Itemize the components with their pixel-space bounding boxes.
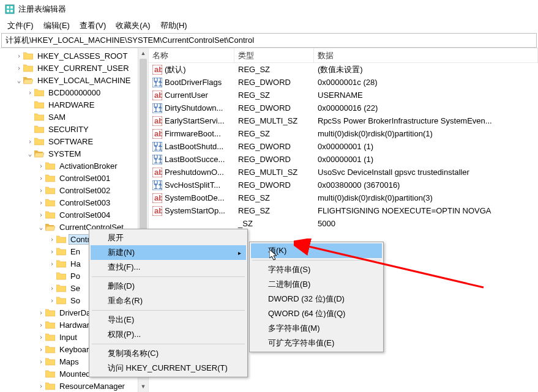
tree-item[interactable]: ⌄SYSTEM	[0, 147, 148, 160]
value-data: 0x00000001 (1)	[314, 141, 538, 152]
expand-icon[interactable]: ›	[37, 211, 45, 219]
tree-label: HKEY_CURRENT_USER	[35, 63, 131, 73]
menu-item[interactable]: 重命名(R)	[91, 294, 246, 308]
tree-item[interactable]: ›BCD00000000	[0, 86, 148, 98]
value-type: REG_SZ	[234, 193, 314, 203]
tree-label: ControlSet004	[58, 210, 112, 220]
string-value-icon	[152, 91, 162, 100]
menu-separator	[92, 310, 245, 311]
menu-item[interactable]: 新建(N)	[91, 245, 246, 260]
menu-favorites[interactable]: 收藏夹(A)	[112, 19, 154, 32]
listview-row[interactable]: BootDriverFlagsREG_DWORD0x0000001c (28)	[149, 76, 538, 89]
expand-icon[interactable]: ›	[15, 64, 23, 72]
menu-separator	[92, 276, 245, 277]
expand-icon[interactable]: ›	[37, 321, 45, 329]
menu-edit[interactable]: 编辑(E)	[40, 19, 73, 32]
tree-item[interactable]: ›ControlSet001	[0, 172, 148, 184]
listview-row[interactable]: EarlyStartServi...REG_MULTI_SZRpcSs Powe…	[149, 114, 538, 127]
value-data: 0x00380000 (3670016)	[314, 180, 538, 190]
listview-row[interactable]: (默认)REG_SZ(数值未设置)	[149, 63, 538, 76]
tree-item[interactable]: ›ActivationBroker	[0, 160, 148, 172]
tree-label: HKEY_CLASSES_ROOT	[35, 51, 129, 61]
string-value-icon	[152, 206, 162, 216]
expand-icon[interactable]: ›	[37, 382, 45, 390]
expand-icon[interactable]: ›	[15, 52, 23, 60]
collapse-icon[interactable]: ⌄	[26, 150, 34, 158]
expand-icon[interactable]: ›	[48, 297, 56, 305]
listview-row[interactable]: SvcHostSplitT...REG_DWORD0x00380000 (367…	[149, 179, 538, 191]
tree-item[interactable]: ›HKEY_CLASSES_ROOT	[0, 50, 148, 62]
menu-item[interactable]: QWORD (64 位)值(Q)	[251, 306, 382, 321]
listview-row[interactable]: DirtyShutdown...REG_DWORD0x00000016 (22)	[149, 102, 538, 114]
listview-row[interactable]: _SZ5000	[149, 217, 538, 230]
address-text: 计算机\HKEY_LOCAL_MACHINE\SYSTEM\CurrentCon…	[6, 35, 254, 46]
menu-item[interactable]: 二进制值(B)	[251, 277, 382, 292]
listview-row[interactable]: FirmwareBoot...REG_SZmulti(0)disk(0)rdis…	[149, 127, 538, 140]
expand-icon[interactable]: ›	[37, 346, 45, 353]
listview-row[interactable]: LastBootShutd...REG_DWORD0x00000001 (1)	[149, 140, 538, 153]
col-header-name[interactable]: 名称	[149, 48, 234, 62]
listview-row[interactable]: SystemBootDe...REG_SZmulti(0)disk(0)rdis…	[149, 191, 538, 204]
listview-row[interactable]: CurrentUserREG_SZUSERNAME	[149, 89, 538, 102]
expand-icon[interactable]: ›	[26, 89, 34, 97]
menu-item[interactable]: 字符串值(S)	[251, 262, 382, 277]
menu-item[interactable]: 多字符串值(M)	[251, 321, 382, 336]
menu-item[interactable]: 展开	[91, 231, 246, 245]
expand-icon[interactable]: ›	[48, 248, 56, 256]
tree-item[interactable]: HARDWARE	[0, 98, 148, 111]
listview-row[interactable]: LastBootSucce...REG_DWORD0x00000001 (1)	[149, 153, 538, 166]
value-data: (数值未设置)	[314, 64, 538, 76]
address-bar[interactable]: 计算机\HKEY_LOCAL_MACHINE\SYSTEM\CurrentCon…	[1, 33, 537, 48]
menu-item[interactable]: 导出(E)	[91, 312, 246, 327]
expand-icon[interactable]: ›	[37, 309, 45, 317]
tree-item[interactable]: ›ControlSet003	[0, 196, 148, 209]
expand-icon[interactable]: ›	[37, 174, 45, 182]
menu-item[interactable]: 可扩充字符串值(E)	[251, 336, 382, 350]
tree-label: ResourceManager	[58, 381, 127, 391]
col-header-type[interactable]: 类型	[234, 48, 314, 62]
tree-item[interactable]: ›ControlSet004	[0, 209, 148, 221]
menu-help[interactable]: 帮助(H)	[157, 19, 191, 32]
menu-separator	[92, 344, 245, 344]
tree-item[interactable]: ⌄HKEY_LOCAL_MACHINE	[0, 74, 148, 86]
scroll-thumb[interactable]	[140, 59, 147, 254]
value-type: REG_SZ	[234, 205, 314, 216]
tree-item[interactable]: ›HKEY_CURRENT_USER	[0, 62, 148, 74]
expand-icon[interactable]: ›	[37, 358, 45, 366]
menu-item[interactable]: 删除(D)	[91, 279, 246, 294]
value-name: DirtyShutdown...	[165, 103, 223, 113]
expand-icon[interactable]: ›	[48, 284, 56, 292]
tree-label: Maps	[58, 357, 81, 367]
collapse-icon[interactable]: ⌄	[37, 223, 45, 231]
col-header-data[interactable]: 数据	[314, 48, 538, 62]
tree-item[interactable]: ›SOFTWARE	[0, 135, 148, 147]
scroll-down-arrow[interactable]: ▼	[138, 382, 148, 392]
scroll-up-arrow[interactable]: ▲	[138, 48, 148, 59]
expand-icon[interactable]: ›	[48, 235, 56, 243]
expand-icon[interactable]: ›	[48, 260, 56, 268]
collapse-icon[interactable]: ⌄	[15, 76, 23, 84]
menu-item[interactable]: 访问 HKEY_CURRENT_USER(T)	[91, 361, 246, 375]
expand-icon[interactable]: ›	[37, 187, 45, 194]
tree-item[interactable]: SAM	[0, 111, 148, 123]
string-value-icon	[152, 65, 162, 75]
cursor-icon	[269, 250, 279, 262]
tree-item[interactable]: ›ResourceManager	[0, 380, 148, 392]
menu-item[interactable]: 查找(F)...	[91, 260, 246, 275]
value-name: (默认)	[165, 64, 186, 75]
tree-label: SECURITY	[47, 124, 91, 135]
menu-item[interactable]: 权限(P)...	[91, 327, 246, 342]
menu-view[interactable]: 查看(V)	[76, 19, 110, 32]
menu-item[interactable]: 复制项名称(C)	[91, 346, 246, 361]
tree-item[interactable]: SECURITY	[0, 123, 148, 135]
listview-row[interactable]: PreshutdownO...REG_MULTI_SZUsoSvc Device…	[149, 166, 538, 179]
tree-item[interactable]: ›ControlSet002	[0, 184, 148, 196]
expand-icon[interactable]: ›	[37, 333, 45, 341]
listview-row[interactable]: SystemStartOp...REG_SZ FLIGHTSIGNING NOE…	[149, 204, 538, 217]
value-type: REG_DWORD	[234, 154, 314, 165]
expand-icon[interactable]: ›	[26, 138, 34, 146]
expand-icon[interactable]: ›	[37, 199, 45, 207]
menu-item[interactable]: DWORD (32 位)值(D)	[251, 292, 382, 306]
menu-file[interactable]: 文件(F)	[4, 19, 37, 32]
expand-icon[interactable]: ›	[37, 162, 45, 170]
